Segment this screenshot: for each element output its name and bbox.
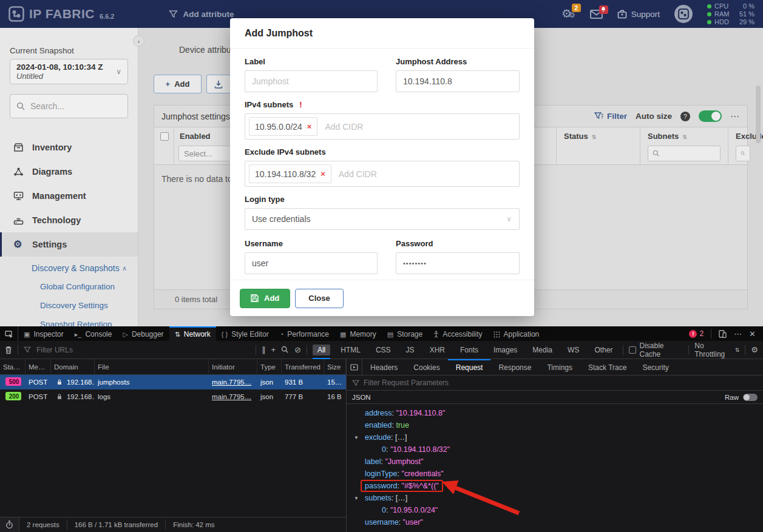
request-row-logs[interactable]: 200 POST 192.168… logs main.7795… json 7… bbox=[0, 389, 346, 404]
help-icon[interactable]: ? bbox=[680, 112, 690, 121]
json-row-enabled[interactable]: enabledtrue bbox=[347, 419, 763, 431]
remove-tag-icon[interactable]: × bbox=[307, 122, 312, 131]
sidebar-search[interactable] bbox=[10, 94, 128, 118]
tab-style-editor[interactable]: { }Style Editor bbox=[216, 326, 274, 341]
auto-size-toggle[interactable] bbox=[699, 110, 722, 122]
pick-element-icon[interactable] bbox=[0, 326, 18, 341]
devtools-menu-icon[interactable]: ⋯ bbox=[734, 329, 742, 338]
tab-network[interactable]: ⇅Network bbox=[169, 326, 216, 341]
tab-timings[interactable]: Timings bbox=[539, 359, 580, 375]
tab-headers[interactable]: Headers bbox=[362, 359, 405, 375]
col-file[interactable]: File bbox=[95, 359, 209, 375]
sidebar-item-inventory[interactable]: Inventory bbox=[0, 135, 138, 160]
col-status[interactable]: Sta… bbox=[0, 359, 25, 375]
close-devtools-icon[interactable]: ✕ bbox=[749, 329, 756, 338]
column-status[interactable]: Status⇅ bbox=[564, 132, 596, 141]
error-count-badge[interactable]: !2 bbox=[689, 329, 704, 338]
filter-css[interactable]: CSS bbox=[371, 345, 396, 355]
support-button[interactable]: Support bbox=[617, 9, 660, 19]
raw-toggle[interactable] bbox=[743, 394, 758, 401]
close-button[interactable]: Close bbox=[295, 289, 343, 308]
user-avatar[interactable] bbox=[674, 5, 693, 23]
responsive-mode-icon[interactable] bbox=[719, 330, 727, 338]
column-enabled[interactable]: Enabled bbox=[180, 132, 211, 141]
performance-analysis-icon[interactable] bbox=[0, 517, 19, 532]
block-icon[interactable]: ⊘ bbox=[294, 345, 301, 354]
exclude-search-input[interactable] bbox=[736, 146, 750, 161]
filter-button[interactable]: Filter bbox=[594, 112, 627, 121]
filter-other[interactable]: Other bbox=[589, 345, 617, 355]
search-input[interactable] bbox=[30, 101, 115, 111]
tab-accessibility[interactable]: Accessibility bbox=[428, 326, 487, 341]
tab-debugger[interactable]: ▷Debugger bbox=[117, 326, 169, 341]
label-input[interactable] bbox=[245, 70, 378, 92]
system-settings-button[interactable]: ⚙⚙ 2 bbox=[561, 8, 575, 20]
col-size[interactable]: Size bbox=[324, 359, 346, 375]
sidebar-collapse-button[interactable]: ‹ bbox=[133, 35, 144, 47]
json-row-password[interactable]: password"#$%^&*((" bbox=[347, 480, 763, 492]
filter-xhr[interactable]: XHR bbox=[425, 345, 450, 355]
search-requests-icon[interactable] bbox=[281, 346, 289, 354]
json-row-username[interactable]: username"user" bbox=[347, 516, 763, 528]
tab-response[interactable]: Response bbox=[490, 359, 539, 375]
notifications-button[interactable] bbox=[590, 10, 603, 19]
pause-icon[interactable]: ∥ bbox=[262, 345, 266, 354]
json-row-exclude-0[interactable]: 0"10.194.110.8/32" bbox=[347, 443, 763, 456]
json-row-address[interactable]: address"10.194.110.8" bbox=[347, 407, 763, 419]
sidebar-item-settings[interactable]: ⚙ Settings bbox=[0, 232, 138, 257]
filter-html[interactable]: HTML bbox=[336, 345, 365, 355]
filter-images[interactable]: Images bbox=[489, 345, 522, 355]
submenu-discovery-snapshots[interactable]: Discovery & Snapshots ∧ bbox=[0, 259, 138, 277]
add-button[interactable]: Add bbox=[240, 289, 290, 308]
throttling-select[interactable]: No Throttling⇅ bbox=[694, 342, 739, 359]
json-section-label[interactable]: JSON bbox=[352, 394, 371, 401]
content-scrollbar[interactable] bbox=[756, 86, 761, 143]
tab-memory[interactable]: ▦Memory bbox=[334, 326, 382, 341]
tab-stack-trace[interactable]: Stack Trace bbox=[580, 359, 634, 375]
request-row-jumphosts[interactable]: 500 POST 192.168… jumphosts main.7795… j… bbox=[0, 375, 346, 389]
filter-media[interactable]: Media bbox=[527, 345, 557, 355]
tab-application[interactable]: Application bbox=[488, 326, 545, 341]
submenu-discovery-settings[interactable]: Discovery Settings bbox=[0, 296, 138, 315]
json-row-exclude[interactable]: ▼exclude[…] bbox=[347, 431, 763, 443]
login-type-select[interactable]: Use credentials ∨ bbox=[245, 208, 520, 230]
table-add-button[interactable]: + Add bbox=[154, 75, 202, 93]
tab-request[interactable]: Request bbox=[448, 359, 491, 375]
remove-tag-icon[interactable]: × bbox=[320, 169, 325, 178]
filter-urls-input[interactable] bbox=[36, 346, 250, 354]
filter-all[interactable]: All bbox=[313, 345, 330, 355]
more-options-icon[interactable]: ⋯ bbox=[730, 111, 740, 122]
disable-cache-checkbox[interactable]: Disable Cache bbox=[629, 342, 683, 359]
sidebar-item-management[interactable]: Management bbox=[0, 184, 138, 208]
tab-performance[interactable]: ◔Performance bbox=[274, 326, 334, 341]
col-type[interactable]: Type bbox=[257, 359, 282, 375]
column-subnets[interactable]: Subnets⇅ bbox=[648, 132, 687, 141]
subnets-tag-input[interactable]: 10.95.0.0/24× Add CIDR bbox=[245, 113, 520, 140]
json-row-label[interactable]: label"Jumphost" bbox=[347, 456, 763, 468]
submenu-global-configuration[interactable]: Global Configuration bbox=[0, 277, 138, 296]
network-settings-gear-icon[interactable]: ⚙ bbox=[751, 345, 758, 354]
filter-js[interactable]: JS bbox=[401, 345, 419, 355]
tab-security[interactable]: Security bbox=[634, 359, 676, 375]
exclude-tag-input[interactable]: 10.194.110.8/32× Add CIDR bbox=[245, 161, 520, 187]
download-button[interactable] bbox=[206, 75, 231, 93]
snapshot-selector[interactable]: 2024-01-08, 10:10:34 Z Untitled ∨ bbox=[10, 59, 128, 84]
add-attribute-button[interactable]: Add attribute bbox=[169, 10, 234, 19]
tab-cookies[interactable]: Cookies bbox=[405, 359, 447, 375]
filter-fonts[interactable]: Fonts bbox=[455, 345, 483, 355]
initiator-link[interactable]: main.7795… bbox=[209, 393, 257, 400]
tab-console[interactable]: ▸_Console bbox=[69, 326, 118, 341]
password-input[interactable] bbox=[396, 252, 520, 274]
twisty-icon[interactable]: ▼ bbox=[354, 435, 359, 440]
username-input[interactable] bbox=[245, 252, 378, 274]
tab-storage[interactable]: ▤Storage bbox=[382, 326, 428, 341]
select-all-checkbox[interactable] bbox=[160, 132, 169, 141]
filter-request-parameters-input[interactable] bbox=[364, 379, 546, 387]
subnets-search-input[interactable] bbox=[648, 146, 721, 161]
filter-ws[interactable]: WS bbox=[563, 345, 584, 355]
json-row-logintype[interactable]: loginType"credentials" bbox=[347, 468, 763, 480]
sidebar-item-diagrams[interactable]: Diagrams bbox=[0, 160, 138, 184]
col-method[interactable]: Me… bbox=[25, 359, 51, 375]
json-row-subnets[interactable]: ▼subnets[…] bbox=[347, 492, 763, 504]
col-transferred[interactable]: Transferred bbox=[282, 359, 324, 375]
